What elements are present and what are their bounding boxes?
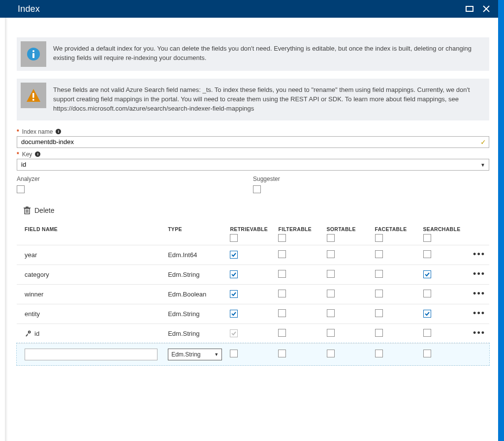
field-checkbox[interactable] (327, 290, 335, 297)
field-type: Edm.Boolean (166, 284, 228, 304)
field-checkbox[interactable] (375, 270, 383, 278)
field-checkbox[interactable] (278, 350, 286, 357)
field-checkbox[interactable] (278, 250, 286, 258)
col-facetable: FACETABLE (373, 223, 421, 245)
warning-icon (21, 83, 46, 108)
field-checkbox[interactable] (375, 350, 383, 357)
info-icon[interactable]: i (56, 129, 61, 134)
field-name: entity (25, 310, 40, 318)
svg-point-5 (32, 99, 34, 101)
field-checkbox[interactable] (230, 350, 238, 357)
blade-content: We provided a default index for you. You… (8, 18, 498, 441)
close-icon[interactable] (482, 5, 490, 13)
suggester-checkbox[interactable] (253, 185, 261, 193)
new-field-name-input[interactable] (25, 349, 158, 360)
field-checkbox[interactable] (278, 290, 286, 297)
field-name-cell: id (25, 330, 164, 337)
table-row: entityEdm.String••• (17, 304, 489, 323)
info-icon[interactable]: i (35, 151, 40, 157)
delete-button[interactable]: Delete (17, 206, 489, 214)
field-checkbox[interactable] (327, 309, 335, 317)
field-checkbox[interactable] (327, 270, 335, 278)
searchable-all-checkbox[interactable] (423, 234, 431, 242)
info-text: We provided a default index for you. You… (53, 37, 489, 70)
row-more-icon[interactable]: ••• (473, 269, 485, 279)
field-checkbox[interactable] (423, 290, 431, 297)
facetable-all-checkbox[interactable] (375, 234, 383, 242)
field-name-cell: year (25, 251, 164, 259)
table-row: categoryEdm.String••• (17, 265, 489, 284)
field-checkbox[interactable] (423, 310, 431, 318)
field-checkbox[interactable] (423, 329, 431, 337)
field-checkbox[interactable] (375, 250, 383, 258)
field-checkbox[interactable] (278, 270, 286, 278)
svg-point-8 (29, 331, 30, 332)
field-checkbox[interactable] (375, 290, 383, 297)
col-retrievable: RETRIEVABLE (228, 223, 276, 245)
required-star: * (17, 128, 19, 135)
info-icon (21, 41, 46, 67)
field-checkbox[interactable] (230, 270, 238, 278)
col-sortable: SORTABLE (325, 223, 373, 245)
retrievable-all-checkbox[interactable] (230, 234, 238, 242)
field-checkbox[interactable] (327, 250, 335, 258)
filterable-all-checkbox[interactable] (278, 234, 286, 242)
field-checkbox[interactable] (230, 251, 238, 259)
field-checkbox (230, 329, 238, 337)
row-more-icon[interactable]: ••• (473, 249, 485, 259)
field-checkbox[interactable] (423, 350, 431, 357)
key-label: * Key i (17, 151, 489, 158)
valid-check-icon: ✓ (480, 138, 486, 146)
key-select-wrap: ▼ (17, 159, 489, 171)
maximize-icon[interactable] (466, 5, 473, 13)
field-type: Edm.String (166, 265, 228, 284)
svg-rect-3 (32, 53, 34, 58)
row-more-icon[interactable]: ••• (473, 289, 485, 298)
new-field-type-select[interactable]: Edm.String▼ (168, 349, 222, 360)
blade-title: Index (18, 4, 40, 14)
analyzer-suggester-row: Analyzer Suggester (17, 174, 489, 195)
table-row: winnerEdm.Boolean••• (17, 284, 489, 304)
field-name: category (25, 271, 49, 278)
info-banner: We provided a default index for you. You… (17, 37, 489, 71)
analyzer-checkbox[interactable] (17, 185, 25, 193)
field-checkbox[interactable] (375, 329, 383, 337)
field-name-cell: category (25, 271, 164, 278)
row-more-icon[interactable]: ••• (473, 308, 485, 318)
delete-label: Delete (34, 206, 54, 214)
required-star: * (17, 151, 19, 158)
svg-rect-0 (466, 6, 473, 11)
suggester-label: Suggester (253, 176, 489, 182)
field-name: year (25, 251, 37, 259)
warning-text: These fields are not valid Azure Search … (53, 79, 489, 120)
field-checkbox[interactable] (230, 310, 238, 318)
row-more-icon[interactable]: ••• (473, 328, 485, 338)
field-checkbox[interactable] (230, 290, 238, 298)
col-filterable: FILTERABLE (276, 223, 324, 245)
trash-icon (24, 206, 31, 214)
field-checkbox[interactable] (423, 250, 431, 258)
field-checkbox[interactable] (423, 270, 431, 278)
field-name-cell: winner (25, 291, 164, 298)
key-select[interactable] (17, 159, 489, 171)
index-name-input-wrap: ✓ (17, 136, 489, 148)
field-name: id (34, 330, 39, 337)
index-name-input[interactable] (17, 136, 489, 148)
field-checkbox[interactable] (327, 329, 335, 337)
col-field-name: FIELD NAME (17, 223, 166, 245)
table-header-row: FIELD NAME TYPE RETRIEVABLE FILTERABLE S… (17, 223, 489, 245)
field-checkbox[interactable] (327, 350, 335, 357)
field-name-cell: entity (25, 310, 164, 318)
header-actions (466, 5, 490, 13)
field-type: Edm.String (166, 304, 228, 323)
field-checkbox[interactable] (375, 309, 383, 317)
col-searchable: SEARCHABLE (421, 223, 470, 245)
sortable-all-checkbox[interactable] (327, 234, 335, 242)
field-checkbox[interactable] (278, 309, 286, 317)
field-type: Edm.String (166, 323, 228, 343)
col-type: TYPE (166, 223, 228, 245)
index-name-label: * Index name i (17, 128, 489, 135)
table-row: yearEdm.Int64••• (17, 245, 489, 265)
field-checkbox[interactable] (278, 329, 286, 337)
table-row: idEdm.String••• (17, 323, 489, 343)
